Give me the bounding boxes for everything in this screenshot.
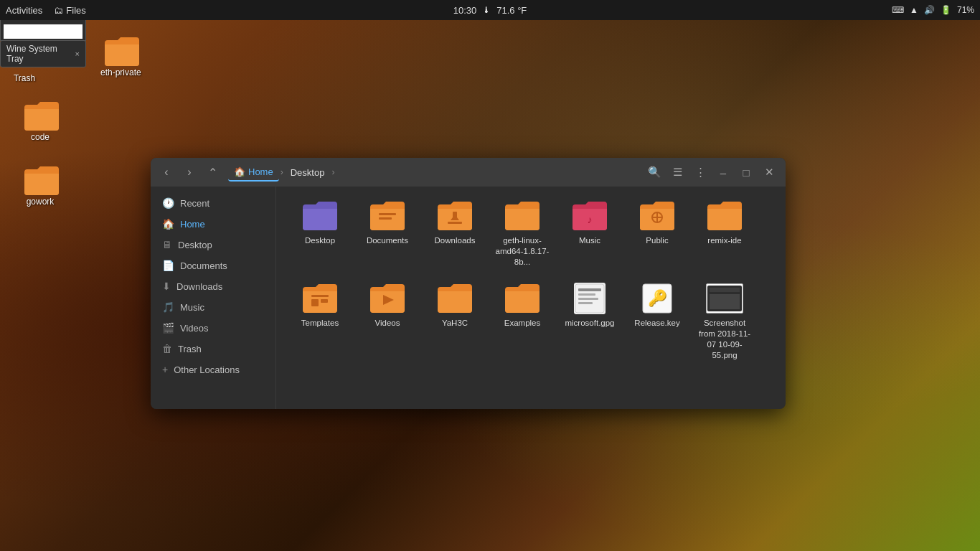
parent-button[interactable]: ⌃ [202, 162, 222, 182]
sidebar-item-downloads[interactable]: ⬇ Downloads [154, 276, 273, 296]
topbar-weather: 71.6 °F [496, 5, 527, 16]
svg-rect-10 [448, 222, 462, 224]
public-folder-icon [639, 199, 676, 232]
close-button[interactable]: ✕ [758, 162, 780, 182]
activities-button[interactable]: Activities [6, 5, 42, 16]
breadcrumb-desktop[interactable]: Desktop [285, 164, 331, 181]
sidebar-downloads-label: Downloads [176, 281, 222, 292]
videos-sidebar-icon: 🎬 [162, 322, 174, 334]
geth-folder-label: geth-linux-amd64-1.8.17-8b... [493, 235, 552, 268]
svg-text:♪: ♪ [588, 214, 593, 225]
svg-rect-23 [578, 302, 593, 304]
sidebar-item-recent[interactable]: 🕐 Recent [154, 193, 273, 213]
files-window-icon: 🗂 [54, 5, 63, 16]
search-button[interactable]: 🔍 [644, 162, 665, 182]
back-button[interactable]: ‹ [156, 162, 176, 182]
plus-icon: + [162, 364, 168, 375]
desktop-icon-eth-private[interactable]: eth-private [100, 36, 141, 77]
sidebar-trash-label: Trash [178, 344, 202, 354]
sidebar-desktop-label: Desktop [178, 240, 212, 250]
breadcrumb-separator: › [281, 167, 283, 177]
file-item-downloads[interactable]: Downloads [423, 195, 487, 272]
svg-rect-9 [453, 212, 457, 219]
topbar-weather-icon: 🌡 [482, 5, 491, 15]
downloads-folder-label: Downloads [435, 235, 476, 246]
file-item-templates[interactable]: Templates [288, 278, 352, 365]
screenshot-file-icon [706, 282, 743, 315]
fm-toolbar-right: 🔍 ☰ ⋮ – □ ✕ [644, 162, 780, 182]
fm-file-grid: Desktop Documents [276, 187, 786, 409]
gpg-file-icon [571, 282, 608, 315]
wine-tray-close-button[interactable]: × [75, 50, 80, 58]
desktop-icon-gowork[interactable]: gowork [23, 165, 57, 207]
file-item-desktop[interactable]: Desktop [288, 195, 352, 272]
wine-tray-wrapper: Wine System Tray × [0, 20, 86, 41]
sidebar-item-desktop[interactable]: 🖥 Desktop [154, 235, 273, 255]
recent-icon: 🕐 [162, 197, 174, 209]
trash-sidebar-icon: 🗑 [162, 343, 172, 354]
file-item-remix-ide[interactable]: remix-ide [692, 195, 757, 272]
geth-folder-icon [504, 199, 541, 232]
svg-rect-15 [311, 295, 329, 297]
gowork-label: gowork [27, 197, 55, 207]
file-item-public[interactable]: Public [625, 195, 689, 272]
battery-icon: 🔋 [941, 5, 951, 15]
file-item-examples[interactable]: Examples [490, 278, 555, 365]
wifi-icon: ▲ [910, 5, 918, 15]
templates-folder-label: Templates [301, 318, 339, 329]
sound-icon: 🔊 [924, 5, 935, 15]
svg-rect-21 [578, 293, 595, 296]
file-item-microsoft-gpg[interactable]: microsoft.gpg [557, 278, 622, 365]
breadcrumb-separator2: › [331, 167, 334, 177]
file-item-yah3c[interactable]: YaH3C [423, 278, 487, 365]
file-item-documents[interactable]: Documents [355, 195, 420, 272]
files-menu[interactable]: 🗂 Files [54, 5, 85, 16]
sidebar-other-label: Other Locations [174, 364, 240, 375]
videos-folder-icon [369, 282, 406, 315]
file-item-geth[interactable]: geth-linux-amd64-1.8.17-8b... [490, 195, 555, 272]
sidebar-item-videos[interactable]: 🎬 Videos [154, 318, 273, 338]
eth-private-label: eth-private [100, 67, 141, 77]
file-item-videos[interactable]: Videos [355, 278, 420, 365]
yah3c-folder-label: YaH3C [442, 318, 468, 329]
key-file-label: Release.key [634, 318, 679, 329]
file-item-release-key[interactable]: 🔑 Release.key [625, 278, 689, 365]
file-manager-window: ‹ › ⌃ 🏠 Home › Desktop › 🔍 ☰ ⋮ – □ ✕ 🕐 [151, 158, 786, 409]
sidebar-home-label: Home [180, 219, 205, 230]
wine-search-input[interactable] [4, 24, 83, 39]
downloads-sidebar-icon: ⬇ [162, 281, 171, 292]
yah3c-folder-icon [436, 282, 473, 315]
minimize-button[interactable]: – [712, 162, 734, 182]
forward-button[interactable]: › [179, 162, 199, 182]
wine-tray-label: Wine System Tray [6, 44, 71, 64]
sidebar-item-music[interactable]: 🎵 Music [154, 297, 273, 317]
maximize-button[interactable]: □ [735, 162, 757, 182]
file-manager-titlebar: ‹ › ⌃ 🏠 Home › Desktop › 🔍 ☰ ⋮ – □ ✕ [151, 158, 786, 187]
sidebar-item-home[interactable]: 🏠 Home [154, 214, 273, 234]
kbd-icon: ⌨ [892, 5, 904, 15]
svg-rect-17 [321, 299, 328, 303]
public-folder-label: Public [646, 235, 668, 246]
desktop-folder-icon [301, 199, 339, 232]
gpg-file-label: microsoft.gpg [565, 318, 614, 329]
home-icon: 🏠 [234, 166, 245, 177]
sidebar-other-locations[interactable]: + Other Locations [154, 359, 273, 380]
file-item-music[interactable]: ♪ Music [557, 195, 622, 272]
downloads-folder-icon [436, 199, 473, 232]
sidebar-item-trash[interactable]: 🗑 Trash [154, 339, 273, 359]
breadcrumb-home[interactable]: 🏠 Home [228, 164, 279, 182]
sidebar-item-documents[interactable]: 📄 Documents [154, 255, 273, 276]
documents-folder-icon [369, 199, 406, 232]
code-label: code [31, 132, 50, 142]
list-view-button[interactable]: ☰ [666, 162, 688, 182]
desktop-icon-code[interactable]: code [23, 100, 57, 142]
file-item-screenshot[interactable]: Screenshot from 2018-11-07 10-09-55.png [692, 278, 757, 365]
desktop-folder-label: Desktop [305, 235, 335, 246]
music-folder-icon: ♪ [571, 199, 608, 232]
screenshot-file-label: Screenshot from 2018-11-07 10-09-55.png [695, 318, 754, 361]
menu-button[interactable]: ⋮ [689, 162, 711, 182]
gowork-folder-icon [23, 165, 57, 194]
topbar: Activities 🗂 Files 10:30 🌡 71.6 °F ⌨ ▲ 🔊… [0, 0, 980, 20]
topbar-time: 10:30 [453, 5, 477, 16]
svg-text:🔑: 🔑 [648, 288, 668, 308]
